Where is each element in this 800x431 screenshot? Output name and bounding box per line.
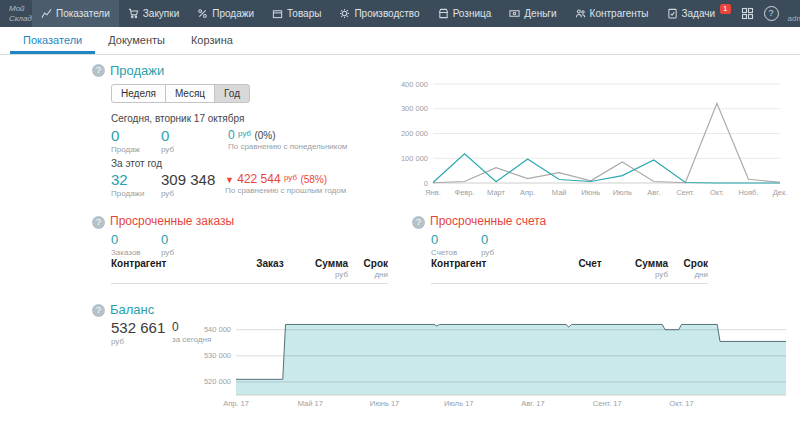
nav-item-money[interactable]: Деньги: [500, 0, 565, 27]
svg-text:Март: Март: [487, 188, 506, 197]
logo-line-2: Склад: [9, 14, 32, 23]
svg-text:Янв.: Янв.: [425, 188, 441, 197]
cart-icon: [128, 8, 139, 19]
nav-item-goods[interactable]: Товары: [263, 0, 330, 27]
svg-text:Июнь 17: Июнь 17: [370, 399, 400, 408]
invoices-col-sum: Сумма: [620, 258, 668, 269]
main-nav: Показатели Закупки Продажи Товары Произв…: [32, 0, 740, 27]
tab-basket[interactable]: Корзина: [178, 27, 246, 54]
svg-text:100 000: 100 000: [401, 154, 428, 163]
svg-text:Апр.: Апр.: [520, 188, 535, 197]
overdue-invoices-help-icon[interactable]: ?: [412, 216, 425, 229]
nav-label: Задачи: [682, 8, 716, 19]
invoices-table-rule: [431, 283, 708, 284]
svg-text:300 000: 300 000: [401, 104, 428, 113]
nav-label: Розница: [453, 8, 492, 19]
nav-item-retail[interactable]: Розница: [429, 0, 501, 27]
nav-label: Продажи: [212, 8, 254, 19]
overdue-invoices-amount: 0 руб: [481, 233, 494, 257]
tab-indicators[interactable]: Показатели: [10, 27, 95, 54]
user-menu[interactable]: Иванов Д. admin@denzzel: [788, 3, 800, 24]
overdue-orders-amount: 0 руб: [161, 233, 174, 257]
svg-text:Май: Май: [552, 188, 567, 197]
year-sales-count: 32 Продажи: [111, 172, 144, 198]
invoices-col-sum-unit: руб: [620, 270, 668, 279]
box-icon: [272, 8, 283, 19]
user-name: Иванов Д.: [788, 3, 800, 14]
svg-text:Февр.: Февр.: [454, 188, 474, 197]
top-right-cluster: ? Иванов Д. admin@denzzel: [740, 0, 800, 27]
overdue-invoices-count: 0 Счетов: [431, 233, 457, 257]
svg-text:520 000: 520 000: [204, 377, 231, 386]
sales-period-switch: Неделя Месяц Год: [111, 84, 250, 103]
invoices-col-counterparty: Контрагент: [431, 258, 486, 269]
sales-year-heading: За этот год: [111, 158, 162, 169]
invoices-col-due-unit: дни: [672, 270, 708, 279]
period-week-button[interactable]: Неделя: [111, 84, 166, 103]
nav-label: Контрагенты: [590, 8, 649, 19]
svg-text:400 000: 400 000: [401, 80, 428, 89]
orders-col-due-unit: дни: [352, 270, 388, 279]
orders-col-due: Срок: [352, 258, 388, 269]
app-logo[interactable]: Мой Склад: [0, 0, 32, 27]
invoices-col-invoice: Счет: [560, 258, 620, 269]
svg-text:Сент. 17: Сент. 17: [593, 399, 622, 408]
nav-item-purchases[interactable]: Закупки: [119, 0, 188, 27]
overdue-orders-title: Просроченные заказы: [110, 214, 234, 228]
svg-text:200 000: 200 000: [401, 129, 428, 138]
section-tabs: Показатели Документы Корзина: [0, 27, 800, 55]
year-sales-amount: 309 348 руб: [161, 172, 215, 198]
sales-help-icon[interactable]: ?: [92, 64, 105, 77]
nav-item-production[interactable]: Производство: [330, 0, 428, 27]
balance-help-icon[interactable]: ?: [92, 304, 105, 317]
top-nav-bar: Мой Склад Показатели Закупки Продажи Тов…: [0, 0, 800, 27]
apps-grid-icon[interactable]: [740, 6, 755, 21]
moysklad-dashboard: Мой Склад Показатели Закупки Продажи Тов…: [0, 0, 800, 431]
period-month-button[interactable]: Месяц: [165, 84, 215, 103]
orders-table-rule: [111, 283, 388, 284]
banknote-icon: [509, 8, 520, 19]
orders-col-order: Заказ: [240, 258, 300, 269]
user-email: admin@denzzel: [788, 14, 800, 24]
today-diff: 0 руб (0%): [228, 129, 276, 141]
storefront-icon: [438, 8, 449, 19]
orders-col-sum-unit: руб: [300, 270, 348, 279]
tasks-count-badge: 1: [720, 4, 730, 14]
svg-text:Авг. 17: Авг. 17: [521, 399, 544, 408]
nav-label: Показатели: [56, 8, 110, 19]
today-compare-note: По сравнению с понедельником: [228, 142, 347, 151]
today-sales-amount: 0 руб: [161, 128, 174, 154]
nav-item-indicators[interactable]: Показатели: [32, 0, 119, 27]
year-diff: ▼ 422 544 руб (58%): [225, 173, 327, 185]
svg-text:Июль 17: Июль 17: [444, 399, 474, 408]
nav-label: Товары: [287, 8, 321, 19]
sales-line-chart: 0100 000200 000300 000400 000Янв.Февр.Ма…: [393, 76, 788, 198]
invoices-col-due: Срок: [672, 258, 708, 269]
svg-text:Июль: Июль: [613, 188, 632, 197]
help-icon[interactable]: ?: [764, 6, 779, 21]
year-compare-note: По сравнению с прошлым годом: [225, 186, 346, 195]
balance-section-title: Баланс: [110, 302, 154, 317]
overdue-invoices-title: Просроченные счета: [430, 214, 546, 228]
svg-text:Авг.: Авг.: [647, 188, 660, 197]
svg-text:Апр. 17: Апр. 17: [223, 399, 249, 408]
overdue-orders-count: 0 Заказов: [111, 233, 141, 257]
nav-item-counterparties[interactable]: Контрагенты: [566, 0, 658, 27]
svg-text:Окт. 17: Окт. 17: [669, 399, 693, 408]
nav-label: Деньги: [524, 8, 556, 19]
sales-today-heading: Сегодня, вторник 17 октября: [111, 113, 244, 124]
svg-text:Нояб.: Нояб.: [738, 188, 758, 197]
nav-item-tasks[interactable]: Задачи 1: [658, 0, 740, 27]
svg-text:Май 17: Май 17: [298, 399, 323, 408]
tab-documents[interactable]: Документы: [95, 27, 178, 54]
decrease-arrow-icon: ▼: [225, 175, 234, 185]
svg-text:Дек.: Дек.: [773, 188, 788, 197]
svg-text:540 000: 540 000: [204, 325, 231, 334]
overdue-orders-help-icon[interactable]: ?: [92, 216, 105, 229]
sales-section-title: Продажи: [110, 63, 164, 78]
nav-item-sales[interactable]: Продажи: [188, 0, 263, 27]
period-year-button[interactable]: Год: [214, 84, 250, 103]
task-checklist-icon: [667, 8, 678, 19]
balance-amount: 532 661 руб: [111, 320, 165, 346]
orders-col-counterparty: Контрагент: [111, 258, 166, 269]
